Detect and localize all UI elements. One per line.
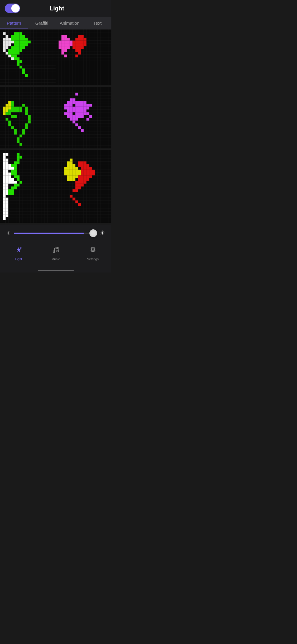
- svg-rect-165: [78, 38, 81, 40]
- svg-rect-437: [8, 175, 11, 178]
- svg-rect-66: [14, 38, 17, 40]
- svg-rect-248: [8, 112, 11, 115]
- svg-rect-349: [67, 112, 69, 115]
- pattern-row-3[interactable]: [0, 150, 111, 223]
- pattern-star[interactable]: [0, 87, 56, 148]
- svg-rect-426: [3, 167, 5, 170]
- svg-rect-609: [78, 187, 81, 189]
- svg-rect-151: [64, 43, 67, 46]
- svg-rect-364: [75, 118, 78, 120]
- svg-rect-482: [11, 173, 14, 175]
- svg-rect-46: [8, 41, 11, 43]
- pattern-row-1[interactable]: [0, 29, 111, 85]
- svg-rect-441: [11, 178, 14, 181]
- nav-item-light[interactable]: Light: [0, 245, 37, 262]
- svg-rect-342: [69, 109, 72, 112]
- slider-thumb[interactable]: [89, 229, 97, 237]
- svg-rect-148: [69, 41, 72, 43]
- svg-rect-473: [17, 156, 19, 159]
- svg-rect-475: [14, 161, 17, 164]
- svg-rect-156: [64, 46, 67, 49]
- svg-rect-347: [83, 109, 86, 112]
- svg-rect-565: [69, 175, 72, 178]
- svg-rect-167: [83, 38, 86, 40]
- pattern-heart[interactable]: [56, 29, 112, 85]
- svg-rect-63: [20, 35, 22, 38]
- svg-rect-341: [67, 109, 69, 112]
- nav-item-settings[interactable]: Settings: [74, 245, 111, 262]
- svg-point-617: [57, 250, 59, 252]
- svg-rect-94: [14, 52, 17, 54]
- svg-rect-359: [75, 115, 78, 117]
- svg-rect-261: [28, 115, 31, 117]
- svg-rect-50: [8, 43, 11, 46]
- svg-rect-456: [6, 198, 8, 200]
- svg-rect-429: [11, 167, 14, 170]
- svg-rect-259: [25, 109, 28, 112]
- svg-rect-367: [78, 126, 81, 129]
- svg-rect-67: [17, 38, 19, 40]
- svg-rect-51: [3, 46, 5, 49]
- svg-rect-153: [69, 43, 72, 46]
- svg-rect-73: [20, 41, 22, 43]
- pattern-leaf[interactable]: [0, 29, 56, 85]
- svg-rect-495: [8, 192, 11, 195]
- tab-pattern[interactable]: Pattern: [0, 17, 28, 29]
- svg-rect-439: [6, 178, 8, 181]
- power-toggle[interactable]: [5, 4, 20, 13]
- svg-rect-183: [78, 49, 81, 52]
- svg-rect-485: [14, 175, 17, 178]
- pattern-letter-k[interactable]: [0, 150, 56, 223]
- svg-rect-460: [3, 203, 5, 206]
- svg-rect-74: [22, 41, 25, 43]
- svg-rect-106: [25, 74, 28, 77]
- svg-rect-469: [6, 214, 8, 217]
- svg-rect-553: [67, 170, 69, 172]
- svg-rect-418: [3, 156, 5, 159]
- svg-rect-262: [28, 118, 31, 120]
- svg-rect-445: [11, 181, 14, 184]
- svg-rect-175: [78, 43, 81, 46]
- nav-item-music[interactable]: Music: [37, 245, 74, 262]
- brightness-slider[interactable]: [14, 233, 97, 234]
- tab-graffiti[interactable]: Graffiti: [28, 17, 56, 29]
- svg-rect-465: [6, 209, 8, 211]
- svg-rect-44: [3, 41, 5, 43]
- svg-rect-579: [83, 167, 86, 170]
- svg-rect-181: [81, 46, 83, 49]
- tab-animation[interactable]: Animation: [56, 17, 84, 29]
- pattern-snowflake[interactable]: [56, 87, 112, 148]
- svg-rect-483: [14, 173, 17, 175]
- svg-rect-82: [11, 46, 14, 49]
- svg-rect-145: [61, 41, 64, 43]
- svg-rect-86: [22, 46, 25, 49]
- svg-rect-549: [69, 167, 72, 170]
- light-icon: [15, 246, 23, 256]
- svg-rect-166: [81, 38, 83, 40]
- svg-rect-455: [3, 195, 5, 198]
- svg-rect-170: [78, 41, 81, 43]
- pattern-row-2[interactable]: [0, 87, 111, 148]
- brightness-slider-area: ☀ ☀: [0, 225, 111, 242]
- svg-rect-615: [78, 203, 81, 206]
- svg-rect-547: [64, 167, 67, 170]
- svg-rect-552: [64, 170, 67, 172]
- svg-rect-586: [92, 170, 94, 172]
- svg-rect-546: [72, 164, 75, 167]
- svg-rect-57: [14, 32, 17, 35]
- svg-rect-487: [20, 181, 22, 184]
- svg-rect-559: [67, 173, 69, 175]
- pattern-flower[interactable]: [56, 150, 112, 223]
- tab-text[interactable]: Text: [83, 17, 111, 29]
- svg-rect-79: [20, 43, 22, 46]
- svg-rect-144: [59, 41, 61, 43]
- svg-rect-331: [89, 104, 92, 106]
- svg-rect-590: [89, 173, 92, 175]
- svg-rect-185: [75, 54, 78, 57]
- nav-label-light: Light: [15, 257, 22, 261]
- svg-rect-581: [89, 167, 92, 170]
- svg-rect-438: [3, 178, 5, 181]
- svg-rect-338: [81, 106, 83, 109]
- svg-rect-355: [86, 112, 89, 115]
- svg-rect-252: [8, 120, 11, 123]
